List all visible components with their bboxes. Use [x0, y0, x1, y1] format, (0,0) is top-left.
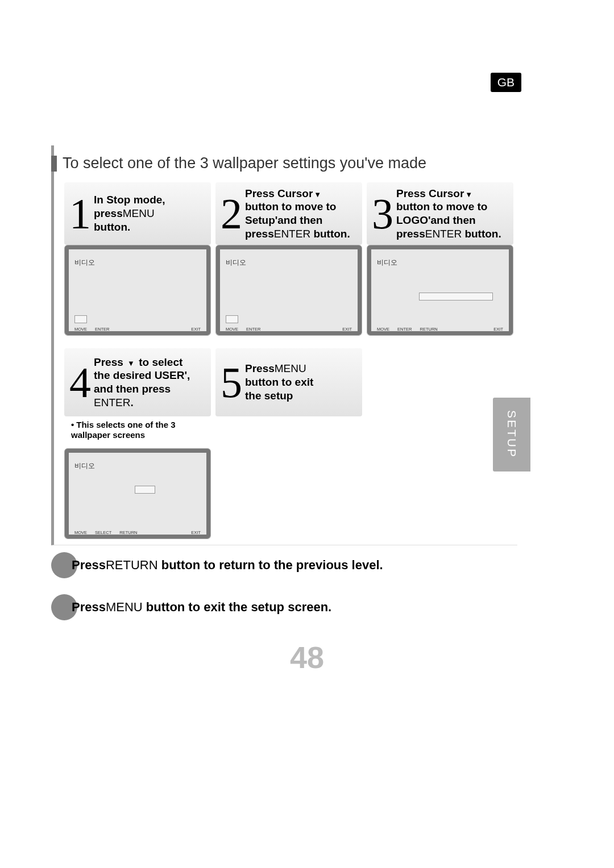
- step-line: In Stop mode,: [94, 194, 165, 206]
- step-line: .: [130, 397, 133, 408]
- screen-foot-label: MOVE: [377, 327, 389, 332]
- screen-korean-label: 비디오: [377, 258, 503, 268]
- step-line: LOGO'and then: [396, 214, 476, 226]
- screen-foot-label: MOVE: [74, 530, 87, 535]
- step-5: 5 PressMENU button to exit the setup: [215, 348, 362, 416]
- step-line: press: [396, 228, 425, 240]
- step-line: ENTER: [274, 228, 310, 240]
- down-arrow-icon: [126, 356, 136, 368]
- page-number: 48: [0, 640, 614, 675]
- screen-preview: 비디오 MOVE ENTER EXIT: [64, 245, 211, 336]
- language-badge: GB: [491, 73, 521, 92]
- screen-ui-box: [74, 315, 87, 323]
- screen-preview: 비디오 MOVE SELECT RETURN EXIT: [64, 448, 211, 539]
- screen-foot-label: MOVE: [226, 327, 238, 332]
- step-line: button to exit: [245, 376, 313, 388]
- down-arrow-icon: [313, 187, 322, 199]
- step-2: 2 Press Cursor button to move to Setup'a…: [215, 182, 362, 336]
- step-header: 5 PressMENU button to exit the setup: [215, 348, 362, 416]
- footer-word: RETURN: [106, 558, 158, 572]
- step-line: Press: [245, 362, 275, 374]
- step-note: •This selects one of the 3 wallpaper scr…: [64, 416, 211, 445]
- step-line: to select: [136, 356, 182, 368]
- steps-row-2: 4 Press to select the desired USER', and…: [54, 348, 517, 539]
- step-text: PressMENU button to exit the setup: [245, 362, 313, 402]
- screen-footer: MOVE SELECT RETURN EXIT: [74, 528, 201, 535]
- step-number: 1: [67, 192, 94, 235]
- step-header: 3 Press Cursor button to move to LOGO'an…: [367, 182, 513, 245]
- screen-foot-label: RETURN: [420, 327, 438, 332]
- screen-preview: 비디오 MOVE ENTER EXIT: [215, 245, 362, 336]
- step-line: button.: [462, 228, 501, 240]
- screen-foot-label: RETURN: [119, 530, 137, 535]
- step-text: In Stop mode, pressMENU button.: [94, 193, 165, 233]
- screen-foot-label: EXIT: [342, 327, 352, 332]
- screen-ui-box: [135, 486, 155, 494]
- footer-line: PressMENU button to exit the setup scree…: [51, 594, 517, 620]
- content-container: To select one of the 3 wallpaper setting…: [51, 145, 517, 545]
- screen-footer: MOVE ENTER RETURN EXIT: [377, 324, 503, 332]
- step-number: 2: [218, 192, 245, 235]
- screen-korean-label: 비디오: [74, 461, 201, 471]
- step-header: 2 Press Cursor button to move to Setup'a…: [215, 182, 362, 245]
- step-line: Setup'and then: [245, 214, 322, 226]
- screen-ui-box: [419, 293, 493, 301]
- step-text: Press Cursor button to move to Setup'and…: [245, 187, 350, 241]
- step-line: and then press: [94, 383, 171, 395]
- step-number: 4: [67, 361, 94, 404]
- section-title-row: To select one of the 3 wallpaper setting…: [51, 145, 517, 182]
- step-line: Press: [94, 356, 126, 368]
- footer-word: button to return to the previous level.: [158, 558, 383, 572]
- screen-footer: MOVE ENTER EXIT: [74, 324, 201, 332]
- footer-line: PressRETURN button to return to the prev…: [51, 552, 517, 578]
- screen-korean-label: 비디오: [74, 258, 201, 268]
- section-title: To select one of the 3 wallpaper setting…: [63, 155, 426, 172]
- step-text: Press Cursor button to move to LOGO'and …: [396, 187, 501, 241]
- step-line: Press Cursor: [245, 187, 313, 199]
- step-line: button to move to: [396, 201, 487, 212]
- down-arrow-icon: [464, 187, 474, 199]
- screen-foot-label: ENTER: [397, 327, 412, 332]
- step-line: MENU: [123, 207, 155, 219]
- screen-preview: 비디오 MOVE ENTER RETURN EXIT: [367, 245, 513, 336]
- screen-foot-label: EXIT: [191, 327, 201, 332]
- step-1: 1 In Stop mode, pressMENU button. 비디오 MO…: [64, 182, 211, 336]
- step-line: ENTER: [94, 397, 130, 408]
- step-line: MENU: [275, 362, 306, 374]
- screen-ui-box: [226, 315, 238, 323]
- step-text: Press to select the desired USER', and t…: [94, 356, 190, 410]
- screen-foot-label: SELECT: [95, 530, 111, 535]
- step-line: the setup: [245, 390, 293, 402]
- footer-word: Press: [72, 600, 106, 614]
- step-header: 4 Press to select the desired USER', and…: [64, 348, 211, 416]
- step-line: Press Cursor: [396, 187, 464, 199]
- step-number: 5: [218, 361, 245, 404]
- step-header: 1 In Stop mode, pressMENU button.: [64, 182, 211, 245]
- screen-foot-label: EXIT: [191, 530, 201, 535]
- footer-word: button to exit the setup screen.: [143, 600, 331, 614]
- footer-instructions: PressRETURN button to return to the prev…: [51, 552, 517, 636]
- step-line: button.: [310, 228, 350, 240]
- screen-footer: MOVE ENTER EXIT: [226, 324, 352, 332]
- step-line: button.: [94, 221, 130, 233]
- step-number: 3: [369, 192, 396, 235]
- screen-korean-label: 비디오: [226, 258, 352, 268]
- note-text: This selects one of the 3 wallpaper scre…: [71, 420, 175, 440]
- screen-foot-label: MOVE: [74, 327, 87, 332]
- step-line: button to move to: [245, 201, 336, 212]
- step-4: 4 Press to select the desired USER', and…: [64, 348, 211, 539]
- screen-foot-label: ENTER: [95, 327, 109, 332]
- step-3: 3 Press Cursor button to move to LOGO'an…: [367, 182, 513, 336]
- step-line: press: [245, 228, 274, 240]
- screen-foot-label: ENTER: [246, 327, 260, 332]
- side-tab-setup: SETUP: [493, 398, 530, 471]
- steps-row-1: 1 In Stop mode, pressMENU button. 비디오 MO…: [54, 182, 517, 336]
- step-line: the desired USER',: [94, 369, 190, 381]
- footer-word: Press: [72, 558, 106, 572]
- footer-word: MENU: [106, 600, 143, 614]
- title-accent-bar: [51, 156, 57, 172]
- screen-foot-label: EXIT: [493, 327, 503, 332]
- side-tab-label: SETUP: [505, 410, 518, 458]
- step-line: press: [94, 207, 123, 219]
- step-line: ENTER: [425, 228, 462, 240]
